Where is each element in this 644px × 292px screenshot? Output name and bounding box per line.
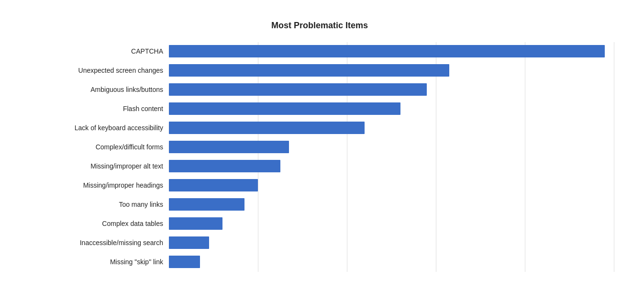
chart-container: Most Problematic Items CAPTCHAUnexpected… (11, 11, 633, 281)
bar-row: Complex data tables (21, 214, 619, 233)
bar-row: Missing "skip" link (21, 253, 619, 271)
bar (169, 256, 200, 268)
bar-label: Too many links (21, 201, 169, 208)
bar-track (169, 195, 619, 213)
bar-track (169, 253, 619, 271)
bar-label: Ambiguous links/buttons (21, 86, 169, 93)
bar-row: Lack of keyboard accessibility (21, 119, 619, 137)
bar-track (169, 80, 619, 99)
bar-row: Inaccessible/missing search (21, 234, 619, 252)
bar-row: Flash content (21, 100, 619, 118)
bar-row: Too many links (21, 195, 619, 213)
bar (169, 179, 258, 191)
bar-label: Missing/improper alt text (21, 162, 169, 170)
bar (169, 198, 244, 211)
bar-track (169, 42, 619, 60)
bar-label: CAPTCHA (21, 47, 169, 55)
bar-row: Missing/improper alt text (21, 157, 619, 175)
bar-row: Ambiguous links/buttons (21, 80, 619, 99)
chart-body: CAPTCHAUnexpected screen changesAmbiguou… (21, 42, 619, 272)
bar-label: Missing/improper headings (21, 181, 169, 189)
chart-title: Most Problematic Items (21, 21, 619, 31)
bar-track (169, 138, 619, 156)
bar (169, 83, 427, 96)
bar-label: Lack of keyboard accessibility (21, 124, 169, 132)
bar (169, 64, 449, 77)
bar-track (169, 61, 619, 79)
bar-track (169, 157, 619, 175)
bar-row: Unexpected screen changes (21, 61, 619, 79)
bar-row: CAPTCHA (21, 42, 619, 60)
bar (169, 122, 365, 134)
bar-label: Complex data tables (21, 220, 169, 227)
bar-track (169, 119, 619, 137)
bar-track (169, 214, 619, 233)
bar-label: Complex/difficult forms (21, 143, 169, 151)
bar (169, 45, 605, 57)
bar (169, 160, 280, 172)
bar-label: Inaccessible/missing search (21, 239, 169, 247)
bar-track (169, 176, 619, 194)
bar-track (169, 234, 619, 252)
bar-label: Flash content (21, 105, 169, 112)
bar-label: Missing "skip" link (21, 258, 169, 266)
bar-track (169, 100, 619, 118)
bar (169, 102, 400, 115)
bar-row: Missing/improper headings (21, 176, 619, 194)
bar (169, 141, 289, 153)
bar (169, 236, 209, 249)
bar-label: Unexpected screen changes (21, 67, 169, 74)
bar (169, 217, 222, 230)
bar-row: Complex/difficult forms (21, 138, 619, 156)
